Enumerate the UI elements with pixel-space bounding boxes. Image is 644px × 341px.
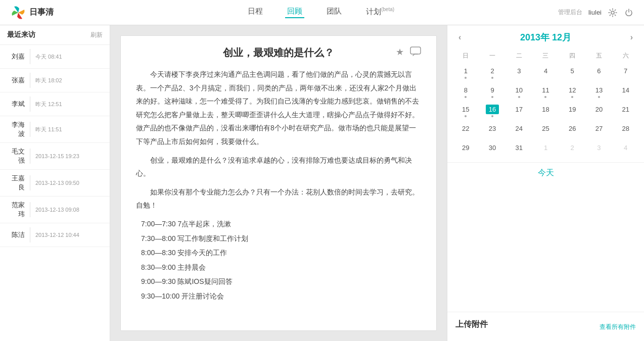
svg-rect-1 — [410, 47, 421, 54]
refresh-button[interactable]: 刷新 — [90, 31, 103, 39]
calendar-day[interactable]: 29 — [452, 141, 479, 160]
calendar-day[interactable]: 14 — [612, 83, 639, 103]
calendar-day[interactable]: 28 — [612, 122, 639, 141]
visitor-item[interactable]: 李海波 昨天 11:51 — [0, 116, 110, 143]
visitor-name: 王嘉良 — [7, 174, 30, 192]
day-number: 31 — [513, 143, 526, 153]
calendar-day[interactable]: 4 — [532, 64, 559, 83]
calendar-day[interactable]: 23 — [479, 122, 506, 141]
comment-button[interactable] — [410, 46, 421, 59]
visitor-name: 毛文强 — [7, 147, 30, 165]
calendar-day[interactable]: 9 — [479, 83, 506, 103]
day-number: 4 — [621, 143, 630, 153]
calendar-day[interactable]: 1 — [452, 64, 479, 83]
day-dot — [465, 154, 467, 156]
view-all-attachments[interactable]: 查看所有附件 — [600, 323, 636, 331]
visitor-list: 刘嘉 今天 08:41 张嘉 昨天 18:02 李斌 昨天 12:51 李海波 … — [0, 45, 110, 341]
day-dot — [625, 154, 627, 156]
calendar-day[interactable]: 2 — [559, 141, 586, 160]
calendar-weekday: 一 — [479, 50, 506, 62]
calendar-day[interactable]: 2 — [479, 64, 506, 83]
calendar-day[interactable]: 5 — [559, 64, 586, 83]
day-number: 22 — [459, 124, 472, 133]
day-number: 12 — [566, 85, 579, 95]
day-number: 18 — [539, 105, 552, 114]
day-dot — [465, 77, 467, 79]
nav-schedule[interactable]: 日程 — [246, 7, 265, 18]
nav-plan[interactable]: 计划(beta) — [364, 7, 396, 18]
visitor-divider — [30, 227, 30, 242]
calendar-weekday: 三 — [532, 50, 559, 62]
visitor-item[interactable]: 范家玮 2013-12-13 09:08 — [0, 197, 110, 223]
visitor-item[interactable]: 陈洁 2013-12-12 10:44 — [0, 223, 110, 247]
admin-link[interactable]: 管理后台 — [558, 8, 582, 17]
article-paragraph: 如果你没有那个专业能力怎么办？只有一个办法：花别人数倍的时间去学习，去研究。自勉… — [136, 185, 421, 212]
calendar-day[interactable]: 16 — [479, 103, 506, 122]
plan-beta-badge: (beta) — [381, 7, 394, 12]
calendar-day[interactable]: 26 — [559, 122, 586, 141]
calendar-day[interactable]: 8 — [452, 83, 479, 103]
day-dot — [598, 115, 600, 117]
today-button[interactable]: 今天 — [447, 162, 644, 183]
calendar-day[interactable]: 30 — [479, 141, 506, 160]
calendar-day[interactable]: 25 — [532, 122, 559, 141]
calendar-day[interactable]: 13 — [586, 83, 613, 103]
visitor-item[interactable]: 张嘉 昨天 18:02 — [0, 69, 110, 92]
calendar-day[interactable]: 3 — [505, 64, 532, 83]
schedule-line: 7:00—7:30 7点半起床，洗漱 — [136, 217, 421, 231]
calendar-day[interactable]: 3 — [586, 141, 613, 160]
cal-next-button[interactable]: › — [627, 33, 636, 42]
day-dot — [571, 134, 573, 136]
day-dot — [544, 96, 546, 98]
article-title: 创业，最艰难的是什么？ — [136, 46, 421, 60]
sidebar-header: 最近来访 刷新 — [0, 25, 110, 45]
day-number: 21 — [619, 105, 632, 114]
calendar-day[interactable]: 12 — [559, 83, 586, 103]
star-button[interactable]: ★ — [396, 46, 404, 59]
sidebar-title: 最近来访 — [7, 30, 35, 39]
calendar-weekday: 四 — [559, 50, 586, 62]
visitor-name: 刘嘉 — [7, 52, 30, 61]
visitor-item[interactable]: 王嘉良 2013-12-13 09:50 — [0, 170, 110, 197]
cal-prev-button[interactable]: ‹ — [455, 33, 464, 42]
calendar-day[interactable]: 11 — [532, 83, 559, 103]
day-number: 6 — [594, 66, 604, 76]
day-dot — [625, 77, 627, 79]
day-number: 3 — [594, 143, 604, 153]
calendar-day[interactable]: 6 — [586, 64, 613, 83]
day-number: 7 — [621, 66, 630, 76]
day-dot — [544, 115, 546, 117]
calendar-day[interactable]: 17 — [505, 103, 532, 122]
calendar-day[interactable]: 7 — [612, 64, 639, 83]
calendar-day[interactable]: 27 — [586, 122, 613, 141]
visitor-item[interactable]: 刘嘉 今天 08:41 — [0, 45, 110, 69]
schedule-line: 9:00—9:30 陈斌IOS疑问回答 — [136, 275, 421, 288]
calendar-day[interactable]: 21 — [612, 103, 639, 122]
day-dot — [571, 115, 573, 117]
visitor-item[interactable]: 李斌 昨天 12:51 — [0, 92, 110, 116]
main-nav: 日程 回顾 团队 计划(beta) — [84, 7, 558, 18]
calendar-day[interactable]: 10 — [505, 83, 532, 103]
nav-team[interactable]: 团队 — [325, 7, 344, 18]
calendar-day[interactable]: 18 — [532, 103, 559, 122]
day-dot — [571, 154, 573, 156]
calendar-day[interactable]: 1 — [532, 141, 559, 160]
day-number: 15 — [459, 105, 472, 114]
calendar-day[interactable]: 22 — [452, 122, 479, 141]
calendar-day[interactable]: 20 — [586, 103, 613, 122]
power-icon[interactable] — [624, 8, 634, 18]
day-number: 4 — [541, 66, 550, 76]
upload-section: 上传附件 查看所有附件 — [447, 312, 644, 341]
visitor-divider — [30, 149, 30, 164]
calendar-day[interactable]: 15 — [452, 103, 479, 122]
settings-icon[interactable] — [608, 8, 618, 18]
day-dot — [518, 115, 520, 117]
calendar-day[interactable]: 24 — [505, 122, 532, 141]
day-number: 24 — [513, 124, 526, 133]
nav-review[interactable]: 回顾 — [285, 7, 304, 18]
calendar-day[interactable]: 31 — [505, 141, 532, 160]
header-right: 管理后台 liulei — [558, 8, 634, 18]
calendar-day[interactable]: 4 — [612, 141, 639, 160]
visitor-item[interactable]: 毛文强 2013-12-15 19:23 — [0, 143, 110, 170]
calendar-day[interactable]: 19 — [559, 103, 586, 122]
